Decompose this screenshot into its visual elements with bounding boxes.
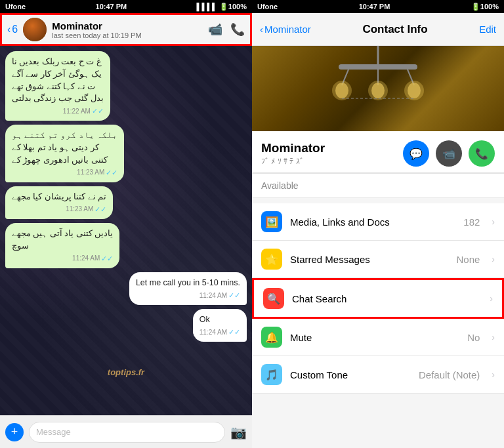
- menu-value-starred: None: [456, 254, 480, 265]
- input-placeholder: Message: [36, 427, 71, 437]
- message-bubble: یادیں کتنی یاد آتی ہیں مجھےسوچ 11:24 AM …: [5, 223, 119, 268]
- contact-status-left: last seen today at 10:19 PM: [52, 31, 203, 39]
- back-count: 6: [12, 24, 18, 35]
- svg-point-8: [332, 81, 352, 100]
- message-text: یادیں کتنی یاد آتی ہیں مجھےسوچ: [12, 228, 113, 253]
- read-receipt: ✓✓: [94, 205, 106, 214]
- chevron-icon-chat-search: ›: [490, 293, 493, 304]
- edit-button[interactable]: Edit: [479, 24, 496, 35]
- menu-item-custom-tone[interactable]: 🎵 Custom Tone Default (Note) ›: [252, 356, 504, 394]
- menu-list: 🖼️ Media, Links and Docs 182 › ⭐ Starred…: [252, 203, 504, 394]
- camera-icon[interactable]: 📷: [230, 424, 247, 440]
- message-bubble: غ ت ح بعت ربلک بعدیں نایک ہوگئ آخر کار س…: [5, 51, 110, 121]
- battery-right: 🔋100%: [471, 3, 499, 11]
- chevron-icon-media: ›: [492, 216, 495, 227]
- contact-avatar[interactable]: [23, 18, 47, 41]
- add-button[interactable]: +: [5, 423, 24, 441]
- menu-label-media: Media, Links and Docs: [290, 216, 455, 228]
- status-bar-left: Ufone 10:47 PM ▌▌▌▌ 🔋100%: [0, 0, 252, 13]
- back-button[interactable]: ‹ 6: [7, 24, 18, 35]
- read-receipt: ✓✓: [106, 168, 117, 178]
- time-right: 10:47 PM: [359, 3, 390, 10]
- back-contact-name: Mominator: [264, 24, 311, 35]
- video-call-icon[interactable]: 📹: [208, 22, 222, 37]
- message-bubble: Ok 11:24 AM ✓✓: [193, 309, 247, 342]
- menu-value-custom-tone: Default (Note): [419, 369, 480, 380]
- message-time: 11:23 AM ✓✓: [12, 205, 106, 214]
- battery-left: ▌▌▌▌ 🔋100%: [197, 3, 247, 11]
- mute-icon: 🔔: [261, 327, 282, 348]
- message-time: 11:24 AM ✓✓: [136, 291, 240, 300]
- status-text: Available: [261, 180, 495, 191]
- voice-call-icon[interactable]: 📞: [230, 22, 245, 37]
- message-bubble: تم نے کتنا پریشان کیا مجھے 11:23 AM ✓✓: [5, 186, 113, 219]
- phone-action-button[interactable]: 📞: [469, 140, 495, 167]
- menu-item-mute[interactable]: 🔔 Mute No ›: [252, 319, 504, 356]
- time-left: 10:47 PM: [96, 3, 127, 10]
- starred-icon: ⭐: [261, 249, 282, 270]
- contact-subtitle: ﾌﾞ ﾒ ｿ ｻ ﾃ ｽﾞ: [261, 157, 325, 166]
- message-text: بلکہ یاد کرو تم کتنے ہوکر دیتی ہو یاد تم…: [12, 129, 117, 166]
- menu-label-mute: Mute: [290, 332, 459, 343]
- video-action-button[interactable]: 📹: [436, 140, 462, 167]
- read-receipt: ✓✓: [92, 106, 104, 116]
- tone-icon: 🎵: [261, 364, 282, 385]
- contact-name-left: Mominator: [52, 20, 203, 31]
- svg-rect-1: [339, 64, 417, 70]
- search-icon: 🔍: [263, 288, 284, 309]
- menu-item-starred[interactable]: ⭐ Starred Messages None ›: [252, 241, 504, 278]
- svg-point-10: [404, 81, 424, 100]
- chevron-icon-custom-tone: ›: [492, 369, 495, 380]
- menu-value-media: 182: [463, 216, 480, 228]
- carrier-right: Ufone: [257, 3, 278, 10]
- contact-info-title: Contact Info: [362, 23, 427, 36]
- carrier-left: Ufone: [5, 3, 26, 10]
- chevron-left-icon: ‹: [7, 24, 10, 35]
- chat-header: ‹ 6 Mominator last seen today at 10:19 P…: [0, 13, 252, 46]
- read-receipt: ✓✓: [101, 254, 113, 264]
- avatar-image: [23, 18, 47, 41]
- contact-info-header: ‹ Mominator Contact Info Edit: [252, 13, 504, 46]
- chevron-left-icon-right: ‹: [260, 24, 263, 35]
- message-time: 11:24 AM ✓✓: [200, 327, 240, 337]
- chat-panel: Ufone 10:47 PM ▌▌▌▌ 🔋100% ‹ 6 Mominator …: [0, 0, 252, 448]
- message-time: 11:24 AM ✓✓: [12, 254, 113, 264]
- status-bar-right: Ufone 10:47 PM 🔋100%: [252, 0, 504, 13]
- header-icons: 📹 📞: [208, 22, 245, 37]
- contact-name-area: Mominator ﾌﾞ ﾒ ｿ ｻ ﾃ ｽﾞ: [261, 141, 325, 166]
- read-receipt: ✓✓: [228, 327, 240, 337]
- back-button-right[interactable]: ‹ Mominator: [260, 24, 311, 35]
- chat-messages-area: غ ت ح بعت ربلک بعدیں نایک ہوگئ آخر کار س…: [0, 46, 252, 415]
- chandelier-decoration: [312, 46, 444, 131]
- menu-label-custom-tone: Custom Tone: [290, 369, 411, 380]
- menu-label-chat-search: Chat Search: [292, 293, 470, 304]
- message-text: Let me call you in 5-10 mins.: [136, 277, 240, 289]
- signal-icon: ▌▌▌▌: [197, 3, 217, 10]
- menu-value-mute: No: [467, 332, 480, 343]
- read-receipt: ✓✓: [228, 291, 240, 300]
- menu-label-starred: Starred Messages: [290, 254, 448, 265]
- message-text: غ ت ح بعت ربلک بعدیں نایک ہوگئ آخر کار س…: [12, 56, 104, 105]
- message-time: 11:22 AM ✓✓: [12, 106, 104, 116]
- message-action-button[interactable]: 💬: [403, 140, 429, 167]
- menu-item-chat-search[interactable]: 🔍 Chat Search ›: [252, 278, 504, 319]
- contact-details-section: Mominator ﾌﾞ ﾒ ｿ ｻ ﾃ ｽﾞ 💬 📹 📞: [252, 131, 504, 173]
- contact-name-right: Mominator: [261, 141, 325, 155]
- watermark: toptips.fr: [108, 367, 144, 377]
- message-bubble: Let me call you in 5-10 mins. 11:24 AM ✓…: [129, 272, 247, 305]
- chat-input-bar: + Message 📷: [0, 415, 252, 448]
- chevron-icon-starred: ›: [492, 254, 495, 264]
- contact-info-panel: Ufone 10:47 PM 🔋100% ‹ Mominator Contact…: [252, 0, 504, 448]
- contact-info-left: Mominator last seen today at 10:19 PM: [52, 20, 203, 39]
- message-text: Ok: [200, 314, 240, 326]
- contact-photo-section: [252, 46, 504, 131]
- message-bubble: بلکہ یاد کرو تم کتنے ہوکر دیتی ہو یاد تم…: [5, 125, 124, 182]
- contact-photo: [252, 46, 504, 131]
- svg-point-9: [368, 81, 388, 100]
- menu-item-media[interactable]: 🖼️ Media, Links and Docs 182 ›: [252, 203, 504, 241]
- action-icons: 💬 📹 📞: [403, 140, 495, 167]
- chevron-icon-mute: ›: [492, 332, 495, 342]
- media-icon: 🖼️: [261, 211, 282, 232]
- message-input[interactable]: Message: [29, 422, 225, 443]
- message-text: تم نے کتنا پریشان کیا مجھے: [12, 191, 106, 203]
